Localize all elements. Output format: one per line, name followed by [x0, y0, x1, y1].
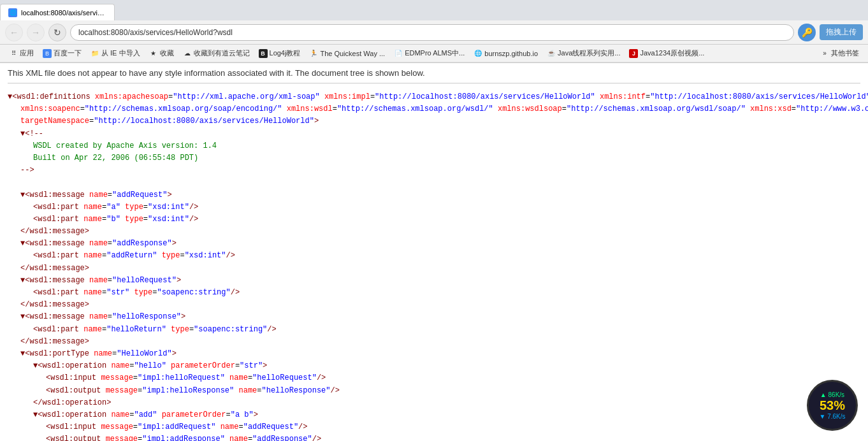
xml-porttype: ▼<wsdl:portType name="HelloWorld">	[8, 348, 860, 360]
log4j-icon: B	[259, 49, 268, 58]
browser-chrome: 🌐 localhost:8080/axis/services/HelloWorl…	[0, 0, 868, 63]
bookmark-quickest-label: The Quickest Way ...	[320, 50, 385, 57]
bookmark-burns[interactable]: 🌐 burnszp.github.io	[470, 48, 542, 59]
xml-message-add-resp-end: </wsdl:message>	[8, 263, 860, 275]
java-thread-icon: ☕	[547, 49, 556, 58]
upload-button[interactable]: 拖拽上传	[820, 24, 863, 40]
bookmark-log4j-label: Log4j教程	[270, 48, 301, 58]
network-percent: 53%	[820, 398, 845, 413]
bookmark-log4j[interactable]: B Log4j教程	[255, 47, 305, 59]
xml-part-b: <wsdl:part name="b" type="xsd:int"/>	[8, 213, 860, 226]
bookmark-youdao-label: 收藏到有道云笔记	[194, 48, 250, 58]
xml-message-hello-resp-end: </wsdl:message>	[8, 336, 860, 348]
reload-button[interactable]: ↻	[48, 24, 66, 41]
page-content: This XML file does not appear to have an…	[0, 63, 868, 441]
xml-line-comment-1: WSDL created by Apache Axis version: 1.4	[8, 140, 860, 152]
network-circle: ▲ 86K/s 53% ▼ 7.6K/s	[807, 380, 858, 431]
tab-bar: 🌐 localhost:8080/axis/services/HelloWorl…	[0, 0, 868, 20]
xml-message-add-resp: ▼<wsdl:message name="addResponse">	[8, 238, 860, 250]
bookmark-java-thread[interactable]: ☕ Java线程系列实用...	[543, 47, 624, 59]
network-download: ▼ 7.6K/s	[819, 413, 845, 420]
bookmark-more-label: 其他书签	[831, 48, 859, 58]
tab-favicon: 🌐	[8, 8, 17, 17]
bookmark-ie-import[interactable]: 📁 从 IE 中导入	[87, 47, 144, 59]
bookmark-edmpro-label: EDMPro ALMS中...	[405, 48, 465, 58]
info-message: This XML file does not appear to have an…	[8, 68, 860, 83]
bookmark-java1234[interactable]: J Java1234原创视频...	[625, 47, 708, 59]
xml-part-helloreturn: <wsdl:part name="helloReturn" type="soap…	[8, 324, 860, 336]
burns-icon: 🌐	[474, 49, 482, 58]
forward-button[interactable]: →	[27, 24, 45, 41]
xml-message-add-req: ▼<wsdl:message name="addRequest">	[8, 189, 860, 201]
extensions-button[interactable]: 🔑	[798, 24, 816, 41]
bookmark-apps[interactable]: ⠿ 应用	[5, 47, 38, 59]
bookmark-baidu-label: 百度一下	[54, 48, 82, 58]
xml-op-hello-end: </wsdl:operation>	[8, 397, 860, 409]
edmpro-icon: 📄	[394, 49, 403, 58]
bookmark-burns-label: burnszp.github.io	[484, 50, 538, 57]
active-tab[interactable]: 🌐 localhost:8080/axis/services/HelloWorl…	[0, 4, 115, 20]
xml-op-add: ▼<wsdl:operation name="add" parameterOrd…	[8, 409, 860, 421]
nav-bar: ← → ↻ localhost:8080/axis/services/Hello…	[0, 20, 868, 45]
xml-message-add-req-end: </wsdl:message>	[8, 226, 860, 238]
xml-output-hello: <wsdl:output message="impl:helloResponse…	[8, 385, 860, 397]
bookmark-favorites-label: 收藏	[160, 48, 174, 58]
bookmarks-bar: ⠿ 应用 B 百度一下 📁 从 IE 中导入 ★ 收藏 ☁ 收藏到有道云笔记 B…	[0, 45, 868, 62]
bookmark-favorites[interactable]: ★ 收藏	[145, 47, 178, 59]
xml-input-hello: <wsdl:input message="impl:helloRequest" …	[8, 372, 860, 384]
bookmark-java1234-label: Java1234原创视频...	[640, 48, 704, 58]
xml-op-hello: ▼<wsdl:operation name="hello" parameterO…	[8, 360, 860, 372]
xml-line-blank-1	[8, 177, 860, 189]
xml-content: ▼<wsdl:definitions xmlns:apachesoap="htt…	[8, 91, 860, 441]
xml-message-hello-req-end: </wsdl:message>	[8, 299, 860, 311]
xml-part-addreturn: <wsdl:part name="addReturn" type="xsd:in…	[8, 250, 860, 262]
xml-message-hello-req: ▼<wsdl:message name="helloRequest">	[8, 275, 860, 287]
xml-line-comment-end: -->	[8, 164, 860, 177]
address-bar[interactable]: localhost:8080/axis/services/HelloWorld?…	[70, 24, 794, 41]
xml-part-str: <wsdl:part name="str" type="soapenc:stri…	[8, 287, 860, 299]
xml-line-2: xmlns:soapenc="http://schemas.xmlsoap.or…	[8, 103, 860, 115]
bookmark-more[interactable]: » 其他书签	[816, 47, 863, 59]
baidu-icon: B	[43, 49, 52, 58]
network-indicator: ▲ 86K/s 53% ▼ 7.6K/s	[807, 380, 858, 431]
more-icon: »	[820, 49, 829, 58]
bookmark-youdao[interactable]: ☁ 收藏到有道云笔记	[179, 47, 254, 59]
xml-part-a: <wsdl:part name="a" type="xsd:int"/>	[8, 201, 860, 213]
quickest-icon: 🏃	[309, 49, 318, 58]
xml-line-1: ▼<wsdl:definitions xmlns:apachesoap="htt…	[8, 91, 860, 103]
bookmark-edmpro[interactable]: 📄 EDMPro ALMS中...	[390, 47, 468, 59]
xml-line-comment-2: Built on Apr 22, 2006 (06:55:48 PDT)	[8, 152, 860, 164]
bookmark-ie-label: 从 IE 中导入	[101, 48, 140, 58]
bookmark-apps-label: 应用	[20, 48, 34, 58]
xml-input-add: <wsdl:input message="impl:addRequest" na…	[8, 421, 860, 433]
network-upload: ▲ 86K/s	[820, 391, 844, 398]
apps-icon: ⠿	[9, 49, 18, 58]
xml-line-3: targetNamespace="http://localhost:8080/a…	[8, 115, 860, 127]
bookmark-java-thread-label: Java线程系列实用...	[558, 48, 620, 58]
xml-output-add: <wsdl:output message="impl:addResponse" …	[8, 433, 860, 441]
bookmark-baidu[interactable]: B 百度一下	[39, 47, 85, 59]
star-icon: ★	[149, 49, 158, 58]
back-button[interactable]: ←	[5, 24, 23, 41]
xml-line-comment-start: ▼<!--	[8, 128, 860, 140]
tab-label: localhost:8080/axis/services/HelloWorld?…	[21, 9, 106, 17]
folder-icon: 📁	[90, 49, 99, 58]
url-text: localhost:8080/axis/services/HelloWorld?…	[78, 28, 233, 37]
cloud-icon: ☁	[183, 49, 192, 58]
java1234-icon: J	[629, 49, 638, 58]
xml-message-hello-resp: ▼<wsdl:message name="helloResponse">	[8, 311, 860, 323]
bookmark-quickest[interactable]: 🏃 The Quickest Way ...	[305, 48, 389, 59]
